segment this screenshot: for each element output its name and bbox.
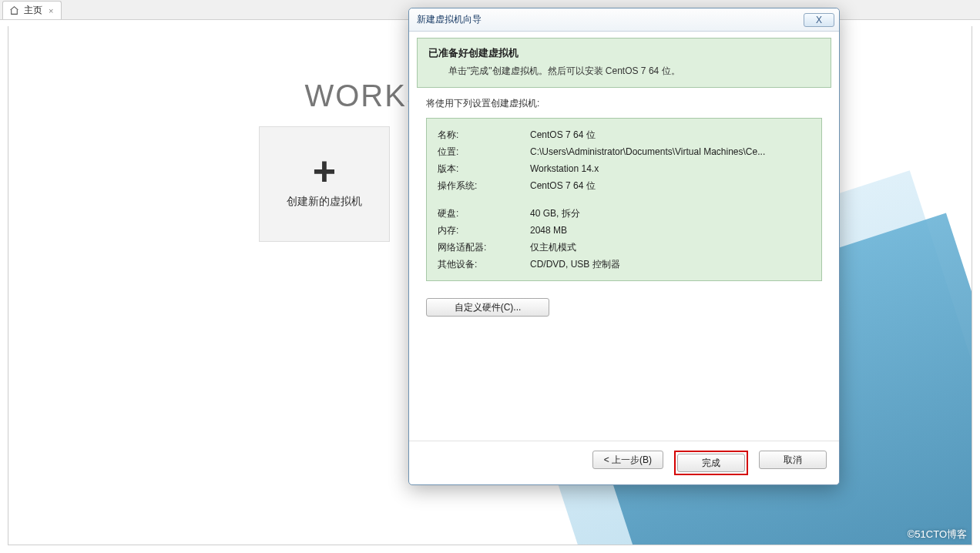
summary-key: 操作系统: [438,177,530,194]
dialog-intro: 将使用下列设置创建虚拟机: [426,97,822,110]
dialog-footer: < 上一步(B) 完成 取消 [409,441,839,484]
summary-value: 仅主机模式 [530,239,811,256]
dialog-header: 已准备好创建虚拟机 单击"完成"创建虚拟机。然后可以安装 CentOS 7 64… [417,38,831,88]
summary-row: 其他设备:CD/DVD, USB 控制器 [438,256,811,273]
summary-key: 硬盘: [438,205,530,222]
summary-key: 内存: [438,222,530,239]
wizard-dialog: 新建虚拟机向导 X 已准备好创建虚拟机 单击"完成"创建虚拟机。然后可以安装 C… [408,8,840,485]
dialog-body: 将使用下列设置创建虚拟机: 名称:CentOS 7 64 位 位置:C:\Use… [409,88,839,441]
summary-box: 名称:CentOS 7 64 位 位置:C:\Users\Administrat… [426,118,822,281]
summary-value: CentOS 7 64 位 [530,177,811,194]
close-icon[interactable]: × [47,6,55,15]
summary-value: Workstation 14.x [530,160,811,177]
summary-key: 版本: [438,160,530,177]
dialog-header-title: 已准备好创建虚拟机 [428,46,820,60]
cancel-button[interactable]: 取消 [759,451,827,469]
create-vm-card[interactable]: + 创建新的虚拟机 [259,126,390,242]
tab-home[interactable]: 主页 × [2,1,62,19]
button-label: 完成 [702,457,720,470]
dialog-close-button[interactable]: X [804,13,834,27]
summary-key: 位置: [438,143,530,160]
custom-hardware-row: 自定义硬件(C)... [426,298,822,317]
finish-highlight: 完成 [674,451,748,475]
create-vm-label: 创建新的虚拟机 [287,195,362,209]
summary-value: CD/DVD, USB 控制器 [530,256,811,273]
summary-value: 40 GB, 拆分 [530,205,811,222]
back-button[interactable]: < 上一步(B) [592,451,663,469]
summary-key: 其他设备: [438,256,530,273]
watermark: ©51CTO博客 [908,528,967,541]
summary-key: 网络适配器: [438,239,530,256]
button-label: < 上一步(B) [604,454,652,467]
summary-row: 名称:CentOS 7 64 位 [438,126,811,143]
button-label: 取消 [784,454,802,467]
summary-row: 内存:2048 MB [438,222,811,239]
summary-key: 名称: [438,126,530,143]
summary-row: 版本:Workstation 14.x [438,160,811,177]
plus-icon: + [313,159,336,183]
close-x-icon: X [816,15,822,25]
finish-button[interactable]: 完成 [677,454,745,472]
summary-row: 操作系统:CentOS 7 64 位 [438,177,811,194]
summary-value: CentOS 7 64 位 [530,126,811,143]
summary-row: 位置:C:\Users\Administrator\Documents\Virt… [438,143,811,160]
button-label: 自定义硬件(C)... [455,301,522,314]
home-icon [9,5,19,15]
summary-value: C:\Users\Administrator\Documents\Virtual… [530,143,811,160]
tab-label: 主页 [24,4,42,17]
customize-hardware-button[interactable]: 自定义硬件(C)... [426,298,549,317]
summary-row: 硬盘:40 GB, 拆分 [438,205,811,222]
dialog-titlebar[interactable]: 新建虚拟机向导 X [409,8,839,32]
dialog-header-subtitle: 单击"完成"创建虚拟机。然后可以安装 CentOS 7 64 位。 [428,65,820,78]
dialog-title: 新建虚拟机向导 [417,13,804,26]
summary-row: 网络适配器:仅主机模式 [438,239,811,256]
summary-value: 2048 MB [530,222,811,239]
